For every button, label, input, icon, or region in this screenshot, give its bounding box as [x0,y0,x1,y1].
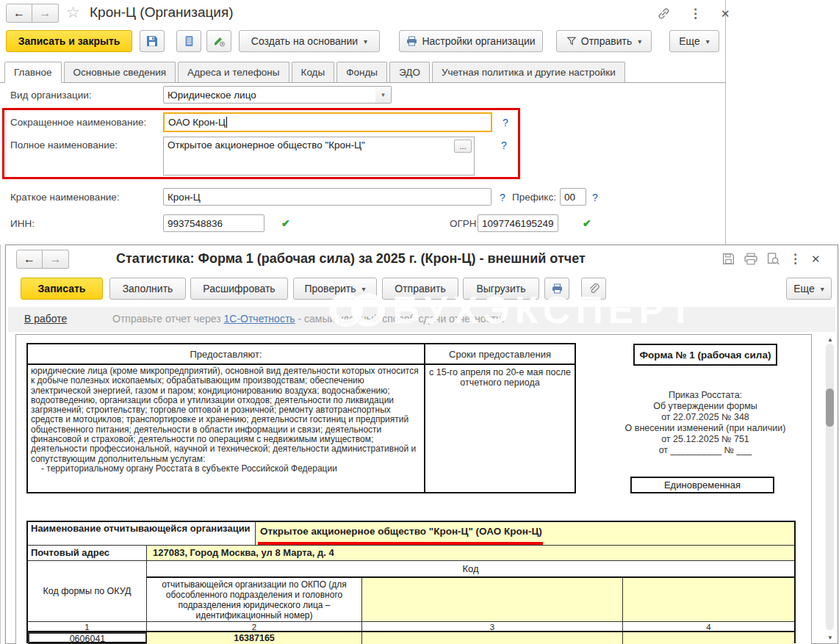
inn-label: ИНН: [10,218,35,229]
back-button[interactable]: ← [6,4,32,23]
tab-funds[interactable]: Фонды [336,62,387,83]
full-name-value: Открытое акционерное общество "Крон-Ц" [168,140,365,151]
rosstat-order-block: Приказ Росстата: Об утверждении формы от… [604,390,807,456]
full-name-textarea[interactable]: Открытое акционерное общество "Крон-Ц" [163,137,475,176]
ogrn-input[interactable] [478,214,558,232]
prefix-help-link[interactable]: ? [592,192,598,203]
hint-suffix: - самый удобный способ сдачи отчетности. [295,313,505,325]
red-underline [258,542,543,545]
edit-history-button[interactable] [206,30,231,52]
forward-arrow-icon: → [50,253,62,266]
back-arrow-icon: ← [13,7,25,20]
value-empty-cell-3[interactable] [362,632,623,644]
status-strip: В работе Отправьте отчет через 1С-Отчетн… [8,307,835,332]
create-based-on-button[interactable]: Создать на основании ▾ [239,30,380,52]
ogrn-label: ОГРН: [450,218,479,229]
paperclip-icon [588,283,599,294]
org-settings-button[interactable]: Настройки организации [399,30,543,52]
value-empty-cell-4[interactable] [623,632,794,644]
save-button[interactable] [140,30,165,52]
1c-reporting-link[interactable]: 1С-Отчетность [223,313,295,325]
forward-button[interactable]: → [32,4,59,23]
tab-addresses[interactable]: Адреса и телефоны [178,62,289,83]
org-type-combo[interactable] [163,86,376,104]
order-line: Приказ Росстата: [604,390,807,401]
tab-edo[interactable]: ЭДО [389,62,430,83]
create-based-on-label: Создать на основании [251,35,358,47]
tab-accounting-policy[interactable]: Учетная политика и другие настройки [432,62,625,83]
brief-name-input[interactable] [163,188,491,206]
preview-icon[interactable] [767,253,779,265]
favorite-star-icon[interactable]: ☆ [66,4,80,21]
short-name-help-link[interactable]: ? [503,117,508,129]
code-empty-cell-4[interactable] [623,578,794,622]
full-name-help-link[interactable]: ? [501,140,507,151]
providers-text-cell: юридические лица (кроме микропредприятий… [28,365,425,492]
export-button[interactable]: Выгрузить [463,278,539,300]
pencil-clock-icon [213,35,226,47]
save-icon[interactable] [722,253,735,265]
send-report-button[interactable]: Отправить [382,278,458,300]
send-label: Отправить [581,35,632,47]
check-button[interactable]: Проверить ▾ [293,278,377,300]
print-report-button[interactable] [544,278,569,300]
code-empty-cell-3[interactable] [362,578,623,622]
order-line: О внесении изменений (при наличии) [604,423,807,434]
close-icon[interactable]: ✕ [811,253,821,266]
postal-value-cell[interactable]: 127083, Город Москва, ул 8 Марта, д. 4 [147,546,794,561]
print-icon[interactable] [744,253,757,265]
back-arrow-icon: ← [24,253,35,266]
inn-input[interactable] [163,214,264,232]
report-sheet: Предоставляют: Сроки предоставления юрид… [15,334,812,644]
org-type-dropdown-button[interactable]: ▾ [375,86,392,104]
okpo-value-cell[interactable]: 16387165 [147,632,362,644]
scroll-down-icon[interactable]: ▼ [826,634,835,641]
decrypt-button[interactable]: Расшифровать [190,278,288,300]
tab-codes[interactable]: Коды [292,62,335,83]
org-name-value-cell[interactable]: Открытое акционерное общество "Крон-Ц" (… [256,522,794,546]
link-icon[interactable] [658,7,670,20]
more-button[interactable]: Еще ▾ [786,278,832,300]
brief-name-label: Краткое наименование: [10,192,120,203]
short-name-input[interactable]: ОАО Крон-Ц [163,112,492,132]
scrollbar-track[interactable] [826,344,834,630]
floppy-icon [146,35,158,47]
hint-prefix: Отправьте отчет через [112,313,223,325]
more-button[interactable]: Еще ▾ [669,30,719,52]
scroll-up-icon[interactable]: ▲ [826,336,835,343]
attachments-button[interactable] [581,278,606,300]
code-header-cell: Код [147,561,794,578]
order-line: Об утверждении формы [604,401,807,412]
back-button[interactable]: ← [16,250,43,269]
tab-main[interactable]: Главное [4,62,62,83]
close-icon[interactable]: ✕ [721,7,730,21]
printer-icon [552,283,563,294]
org-codes-table: Наименование отчитывающейся организации … [26,521,796,643]
list-icon [184,35,195,47]
status-hint: Отправьте отчет через 1С-Отчетность - са… [112,313,505,325]
check-label: Проверить [304,283,356,294]
save-close-button[interactable]: Записать и закрыть [6,30,132,52]
org-name-label-cell: Наименование отчитывающейся организации [28,522,256,546]
send-button[interactable]: Отправить ▾ [556,30,652,52]
full-name-ellipsis-button[interactable]: ... [454,140,472,153]
brief-name-help-link[interactable]: ? [500,192,505,203]
okud-value-cell[interactable]: 0606041 [28,632,147,644]
history-list-button[interactable] [176,30,201,52]
chevron-down-icon: ▾ [638,37,641,46]
scrollbar-thumb[interactable] [826,388,834,427]
providers-footnote: - территориальному органу Росстата в суб… [31,464,421,474]
funnel-icon [566,36,577,46]
text-caret [226,117,227,128]
status-in-work-link[interactable]: В работе [24,313,67,325]
more-menu-icon[interactable]: ⋮ [689,6,702,21]
prefix-input[interactable] [560,188,586,206]
nav-history-group: ← → [6,4,59,23]
tab-basic-info[interactable]: Основные сведения [64,62,176,83]
forward-button[interactable]: → [43,250,69,269]
fill-button[interactable]: Заполнить [109,278,186,300]
chevron-down-icon: ▾ [821,285,824,293]
form-number-box: Форма № 1 (рабочая сила) [633,344,777,366]
save-report-button[interactable]: Записать [21,278,103,300]
more-menu-icon[interactable]: ⋮ [789,251,802,267]
